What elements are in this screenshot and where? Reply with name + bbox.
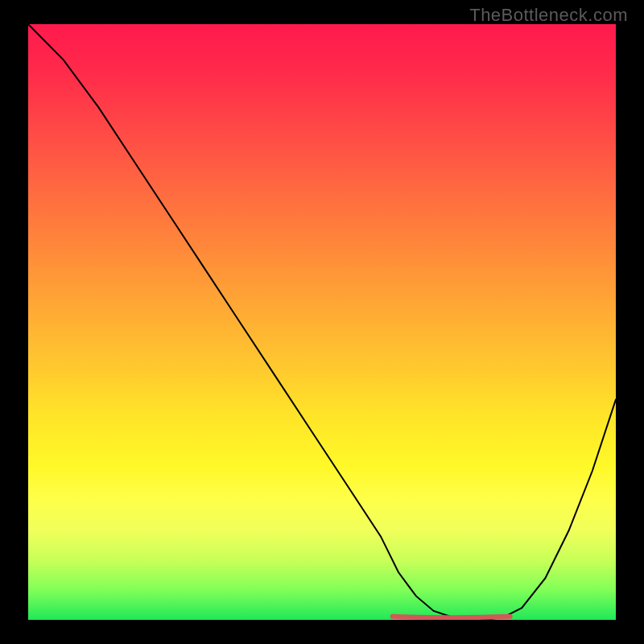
plot-area <box>28 24 616 620</box>
chart-svg <box>28 24 616 620</box>
bottleneck-curve-line <box>28 24 616 620</box>
valley-marker-line <box>393 617 510 618</box>
watermark-text: TheBottleneck.com <box>469 5 628 26</box>
